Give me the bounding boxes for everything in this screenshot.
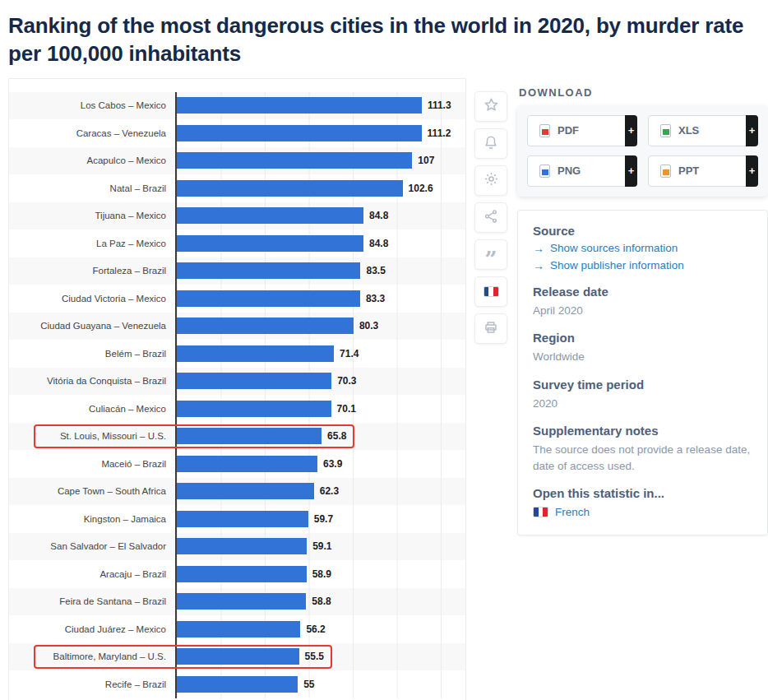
- download-button-label: PNG: [557, 165, 581, 177]
- bar-value-label: 59.1: [312, 540, 331, 552]
- bar-value-label: 83.5: [366, 265, 385, 276]
- chart-row: Recife – Brazil55: [9, 670, 465, 698]
- download-xls-button[interactable]: XLS+: [648, 115, 758, 146]
- show-sources-link[interactable]: Show sources information: [533, 242, 752, 255]
- chart-row: Acapulco – Mexico107: [9, 147, 465, 175]
- bar-track: 107: [175, 147, 465, 175]
- favorite-button[interactable]: [474, 91, 507, 122]
- bar[interactable]: [177, 456, 317, 472]
- chart-row: Kingston – Jamaica59.7: [9, 505, 465, 533]
- bar[interactable]: [177, 180, 403, 197]
- chart-row: Cape Town – South Africa62.3: [9, 478, 465, 506]
- plus-tab[interactable]: +: [625, 155, 637, 187]
- category-label: Culiacán – Mexico: [9, 395, 175, 423]
- region-heading: Region: [533, 331, 752, 345]
- bar[interactable]: [177, 97, 422, 114]
- download-pdf-button[interactable]: PDF+: [527, 115, 637, 146]
- show-publisher-link[interactable]: Show publisher information: [533, 259, 752, 272]
- alert-button[interactable]: [474, 128, 507, 159]
- bar[interactable]: [177, 566, 307, 582]
- chart-row: Aracaju – Brazil58.9: [9, 560, 465, 588]
- bar[interactable]: [177, 318, 354, 334]
- bar[interactable]: [177, 676, 298, 693]
- bar[interactable]: [177, 373, 331, 389]
- bar[interactable]: [177, 290, 360, 307]
- bar-value-label: 80.3: [359, 320, 378, 331]
- bar-value-label: 83.3: [366, 293, 385, 304]
- bar-value-label: 55: [303, 679, 314, 690]
- star-icon: [483, 97, 499, 115]
- bar[interactable]: [177, 511, 308, 527]
- category-label: Ciudad Victoria – Mexico: [9, 285, 175, 313]
- settings-button[interactable]: [474, 165, 507, 196]
- chart-row: Fortaleza – Brazil83.5: [9, 257, 465, 285]
- chart-row: Feira de Santana – Brazil58.8: [9, 588, 465, 616]
- bar[interactable]: [177, 401, 331, 417]
- category-label: Aracaju – Brazil: [9, 560, 175, 588]
- download-panel: PDF+XLS+PNG+PPT+: [517, 105, 768, 197]
- category-label: Ciudad Guayana – Venezuela: [9, 313, 175, 341]
- share-button[interactable]: [474, 202, 507, 233]
- main-layout: Los Cabos – Mexico111.3Caracas – Venezue…: [0, 78, 768, 700]
- category-label: Maceió – Brazil: [9, 450, 175, 478]
- bar-value-label: 58.8: [312, 596, 331, 607]
- print-icon: [483, 320, 498, 337]
- bar-value-label: 111.2: [428, 127, 451, 139]
- survey-period-value: 2020: [533, 396, 752, 412]
- bar-track: 56.2: [175, 615, 465, 643]
- category-label: Tijuana – Mexico: [9, 202, 175, 230]
- language-button[interactable]: [474, 276, 507, 307]
- category-label: La Paz – Mexico: [9, 229, 175, 257]
- bar[interactable]: [177, 125, 422, 141]
- category-label: Recife – Brazil: [9, 670, 175, 698]
- bar[interactable]: [177, 648, 299, 665]
- plus-tab[interactable]: +: [746, 115, 758, 146]
- bar-track: 84.8: [175, 202, 465, 230]
- release-date-heading: Release date: [533, 285, 752, 299]
- chart-row: Ciudad Juárez – Mexico56.2: [9, 615, 465, 643]
- chart-row: Ciudad Victoria – Mexico83.3: [9, 285, 465, 313]
- chart-row: La Paz – Mexico84.8: [9, 229, 465, 257]
- bar-value-label: 111.3: [428, 100, 451, 111]
- bar[interactable]: [177, 593, 306, 610]
- category-label: Caracas – Venezuela: [9, 119, 175, 147]
- chart-row: Ciudad Guayana – Venezuela80.3: [9, 313, 465, 341]
- cite-button[interactable]: ”: [474, 239, 507, 270]
- bar-track: 65.8: [175, 423, 465, 451]
- download-button-label: PPT: [678, 165, 699, 177]
- plus-tab[interactable]: +: [746, 155, 758, 187]
- gear-icon: [483, 171, 499, 189]
- print-button[interactable]: [474, 313, 507, 344]
- bell-icon: [483, 135, 498, 152]
- source-heading: Source: [533, 224, 752, 238]
- xls-file-icon: [660, 124, 671, 137]
- bar-value-label: 55.5: [305, 651, 324, 662]
- french-language-link[interactable]: French: [555, 506, 590, 518]
- bar-value-label: 65.8: [327, 430, 346, 442]
- chart-toolbar: ”: [474, 91, 509, 344]
- bar-value-label: 84.8: [369, 210, 388, 221]
- french-flag-icon: [483, 286, 499, 297]
- bar-track: 111.2: [175, 119, 465, 147]
- bar-track: 71.4: [175, 340, 465, 368]
- category-label: St. Louis, Missouri – U.S.: [9, 423, 175, 451]
- chart-row: Culiacán – Mexico70.1: [9, 395, 465, 423]
- open-statistic-row: French: [533, 506, 752, 518]
- plus-tab[interactable]: +: [625, 115, 637, 146]
- supplementary-notes-heading: Supplementary notes: [533, 424, 752, 438]
- bar[interactable]: [177, 428, 322, 444]
- bar[interactable]: [177, 621, 300, 637]
- download-ppt-button[interactable]: PPT+: [648, 155, 758, 187]
- ppt-file-icon: [660, 165, 671, 178]
- chart-row: Caracas – Venezuela111.2: [9, 119, 465, 147]
- bar[interactable]: [177, 207, 363, 224]
- download-png-button[interactable]: PNG+: [527, 155, 637, 187]
- bar[interactable]: [177, 345, 334, 362]
- bar[interactable]: [177, 262, 360, 279]
- bar[interactable]: [177, 538, 307, 554]
- download-button-label: XLS: [678, 124, 699, 137]
- bar[interactable]: [177, 235, 363, 252]
- bar-track: 70.1: [175, 395, 465, 423]
- bar[interactable]: [177, 152, 412, 169]
- bar[interactable]: [177, 483, 314, 499]
